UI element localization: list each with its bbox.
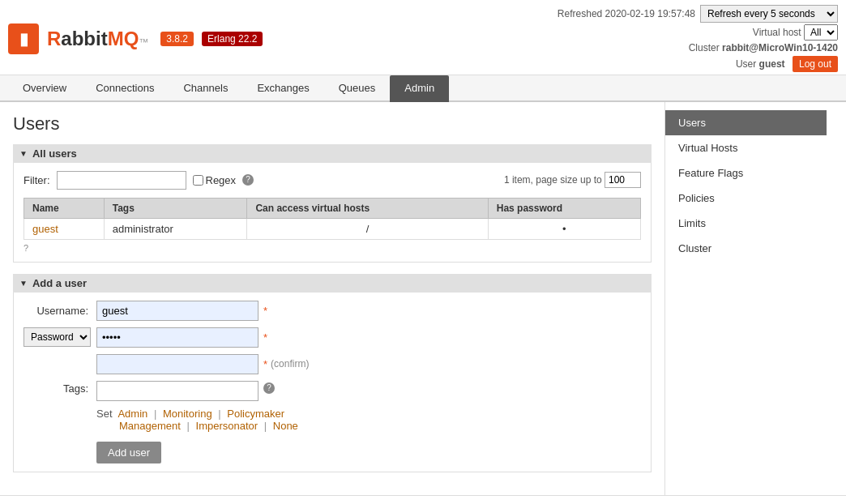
- regex-label: Regex: [193, 174, 237, 186]
- header-right: Refreshed 2020-02-19 19:57:48 Refresh ev…: [558, 5, 838, 73]
- tab-overview[interactable]: Overview: [8, 75, 81, 102]
- sidebar-item-feature-flags[interactable]: Feature Flags: [665, 160, 827, 186]
- page-size-input[interactable]: [605, 172, 641, 188]
- all-users-body: Filter: Regex ? 1 item, page size up to: [13, 163, 652, 263]
- confirm-hint: (confirm): [271, 358, 309, 369]
- username-required: *: [263, 305, 267, 317]
- sidebar-item-limits[interactable]: Limits: [665, 211, 827, 236]
- add-user-button[interactable]: Add user: [96, 442, 161, 463]
- confirm-row: * (confirm): [24, 354, 641, 374]
- logo-area: ▮ RabbitMQ™ 3.8.2 Erlang 22.2: [8, 23, 263, 54]
- erlang-badge: Erlang 22.2: [202, 32, 263, 46]
- col-password: Has password: [488, 198, 640, 218]
- footer: HTTP API Server Docs Tutorials Community…: [0, 495, 846, 504]
- tags-row: Tags: ?: [24, 381, 641, 401]
- filter-input[interactable]: [57, 171, 186, 190]
- tags-input[interactable]: [96, 381, 258, 401]
- password-label: Password Hashed :: [24, 327, 96, 347]
- tag-policymaker[interactable]: Policymaker: [227, 408, 284, 420]
- add-user-body: Username: * Password Hashed :: [13, 293, 652, 472]
- logout-button[interactable]: Log out: [793, 56, 838, 72]
- tags-label: Tags:: [24, 381, 96, 395]
- tag-none[interactable]: None: [273, 420, 298, 432]
- add-user-header[interactable]: ▼ Add a user: [13, 274, 652, 293]
- cluster-value: rabbit@MicroWin10-1420: [722, 42, 838, 53]
- user-password-cell: •: [488, 218, 640, 239]
- tag-impersonator[interactable]: Impersonator: [196, 420, 258, 432]
- password-input[interactable]: [96, 327, 258, 348]
- filter-row: Filter: Regex ? 1 item, page size up to: [24, 171, 641, 190]
- user-name-link[interactable]: guest: [32, 223, 58, 235]
- confirm-required: *: [263, 358, 267, 370]
- user-tags-cell: administrator: [104, 218, 247, 239]
- table-row: guest administrator / •: [24, 218, 641, 239]
- tab-connections[interactable]: Connections: [81, 75, 169, 102]
- password-required: *: [263, 331, 267, 344]
- header: ▮ RabbitMQ™ 3.8.2 Erlang 22.2 Refreshed …: [0, 0, 846, 75]
- tab-queues[interactable]: Queues: [324, 75, 391, 102]
- col-vhosts: Can access virtual hosts: [247, 198, 488, 218]
- set-label: Set: [96, 408, 113, 420]
- tab-admin[interactable]: Admin: [390, 75, 449, 102]
- users-table: Name Tags Can access virtual hosts Has p…: [24, 198, 641, 240]
- all-users-section: ▼ All users Filter: Regex ? 1 it: [13, 144, 652, 263]
- sidebar-item-users[interactable]: Users: [665, 110, 827, 135]
- tags-help-icon: ?: [263, 382, 275, 394]
- tag-monitoring[interactable]: Monitoring: [163, 408, 212, 420]
- user-value: guest: [759, 58, 785, 70]
- tab-exchanges[interactable]: Exchanges: [242, 75, 323, 102]
- refresh-select[interactable]: Refresh every 5 seconds Refresh every 10…: [700, 5, 838, 23]
- table-help-icon: ?: [24, 243, 28, 253]
- all-users-title: All users: [32, 147, 77, 160]
- username-label: Username:: [24, 305, 96, 317]
- sidebar-item-policies[interactable]: Policies: [665, 186, 827, 211]
- password-type-select[interactable]: Password Hashed: [24, 327, 91, 347]
- items-text: 1 item, page size up to: [504, 174, 602, 186]
- cluster-row: Cluster rabbit@MicroWin10-1420: [558, 41, 838, 56]
- add-user-title: Add a user: [32, 277, 87, 289]
- virtual-host-row: Virtual host All: [558, 24, 838, 41]
- col-tags: Tags: [104, 198, 247, 218]
- sidebar-item-virtual-hosts[interactable]: Virtual Hosts: [665, 135, 827, 160]
- virtual-host-select[interactable]: All: [804, 24, 838, 41]
- user-name-cell[interactable]: guest: [24, 218, 105, 239]
- version-badge: 3.8.2: [160, 32, 194, 46]
- password-row: Password Hashed : *: [24, 327, 641, 348]
- tab-channels[interactable]: Channels: [169, 75, 242, 102]
- confirm-input[interactable]: [96, 354, 258, 374]
- filter-left: Filter: Regex ?: [24, 171, 254, 190]
- tag-links-area: Set Admin | Monitoring | Policymaker Man…: [96, 408, 641, 432]
- refreshed-text: Refreshed 2020-02-19 19:57:48: [558, 8, 695, 19]
- content-area: Users ▼ All users Filter: Regex ?: [0, 102, 664, 495]
- add-user-arrow: ▼: [19, 279, 28, 288]
- filter-help-icon: ?: [242, 174, 254, 186]
- add-user-section: ▼ Add a user Username: * Password: [13, 274, 652, 472]
- user-row: User guest Log out: [558, 56, 838, 72]
- username-input[interactable]: [96, 301, 258, 321]
- user-vhosts-cell: /: [247, 218, 488, 239]
- filter-label: Filter:: [24, 174, 50, 186]
- tag-management[interactable]: Management: [119, 420, 181, 432]
- col-name: Name: [24, 198, 105, 218]
- nav-tabs: Overview Connections Channels Exchanges …: [0, 75, 846, 102]
- sidebar-item-cluster[interactable]: Cluster: [665, 236, 827, 261]
- logo-text: RabbitMQ™: [47, 28, 148, 50]
- tag-admin[interactable]: Admin: [118, 408, 147, 420]
- main-content: Users ▼ All users Filter: Regex ?: [0, 102, 846, 495]
- filter-right: 1 item, page size up to: [504, 172, 641, 188]
- page-title: Users: [13, 113, 652, 135]
- collapse-arrow: ▼: [19, 149, 28, 158]
- all-users-header[interactable]: ▼ All users: [13, 144, 652, 163]
- sidebar: Users Virtual Hosts Feature Flags Polici…: [664, 102, 827, 495]
- regex-checkbox[interactable]: [193, 175, 203, 186]
- username-row: Username: *: [24, 301, 641, 321]
- logo-icon: ▮: [8, 23, 39, 54]
